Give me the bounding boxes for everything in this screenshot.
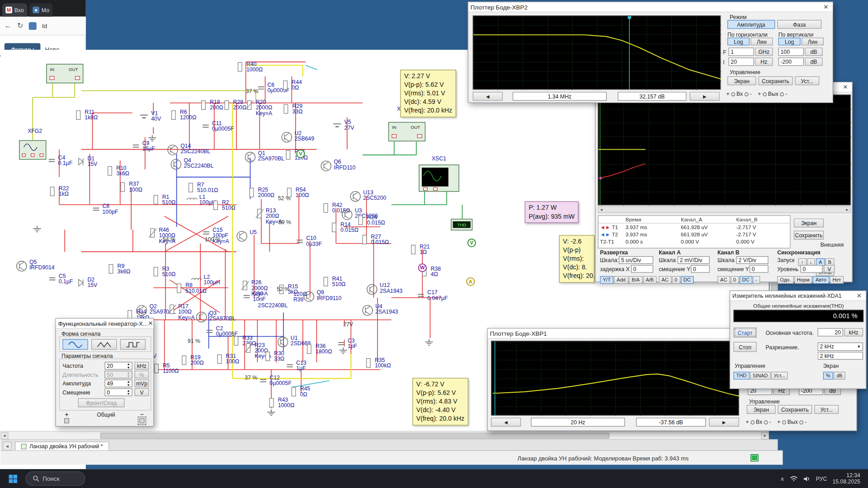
out-minus-terminal[interactable]: [799, 420, 803, 424]
option-0[interactable]: 0: [731, 276, 739, 284]
option-авто[interactable]: Авто: [813, 276, 829, 284]
смещение-unit[interactable]: V: [135, 389, 149, 396]
scope-save-button[interactable]: Сохранить: [794, 231, 824, 240]
амплитуда-field[interactable]: 49▲▼: [104, 380, 132, 387]
sweep-delay-field[interactable]: 0: [631, 265, 653, 273]
длительность-unit[interactable]: %: [135, 371, 149, 378]
in-plus-terminal[interactable]: [750, 420, 755, 424]
bode1-save-button[interactable]: Сохранить: [778, 405, 812, 414]
v-initial-unit[interactable]: dB: [805, 57, 822, 66]
scroll-left-arrow[interactable]: ◄: [0, 432, 8, 439]
option-одн-[interactable]: Одн.: [777, 276, 793, 284]
taskbar-clock[interactable]: 12:34 15.08.2025: [833, 472, 860, 485]
h-final-field[interactable]: 1: [728, 47, 754, 56]
bode1-cursor-right-button[interactable]: ►: [709, 418, 739, 427]
xda1-titlebar[interactable]: Измеритель нелинейных искажений-XDA1 ✕: [730, 291, 866, 301]
option--[interactable]: -: [753, 276, 760, 284]
freq-unit-button[interactable]: kHz: [844, 328, 863, 336]
scope-screen-button[interactable]: Экран: [794, 219, 824, 228]
sweep-scale-field[interactable]: 5 us/Div: [619, 256, 653, 264]
h-lin-button[interactable]: Лин: [750, 38, 773, 45]
stop-button[interactable]: Стоп: [733, 342, 756, 352]
частота-unit[interactable]: kHz: [135, 362, 149, 370]
spreadsheet-view-icon[interactable]: [750, 454, 758, 461]
scope-scrollbar[interactable]: ◄ ►: [598, 206, 851, 213]
h-final-unit[interactable]: GHz: [755, 47, 773, 56]
wifi-icon[interactable]: [790, 475, 797, 481]
out-plus-terminal[interactable]: [782, 420, 786, 424]
out-minus-terminal[interactable]: [780, 92, 784, 96]
bode1-settings-button[interactable]: Уст...: [814, 405, 839, 414]
h-log-button[interactable]: Log: [727, 38, 750, 45]
option-b-a[interactable]: B/A: [629, 276, 642, 284]
смещение-field[interactable]: 0▲▼: [104, 389, 132, 396]
volume-icon[interactable]: [803, 475, 811, 481]
option-y-t[interactable]: Y/T: [600, 276, 613, 284]
taskbar-search[interactable]: Поиск: [25, 471, 85, 486]
resolution-option[interactable]: 2 kHz: [818, 352, 863, 360]
bode2-settings-button[interactable]: Уст...: [795, 76, 819, 85]
tab-scroll-icon[interactable]: ◄: [3, 441, 12, 450]
option-a-b[interactable]: A/B: [643, 276, 656, 284]
option-уст-[interactable]: Уст...: [771, 372, 788, 380]
in-plus-terminal[interactable]: [731, 92, 735, 96]
option-dc[interactable]: DC: [681, 276, 693, 284]
option-dc[interactable]: DC: [739, 276, 752, 284]
level-field[interactable]: 0: [801, 265, 823, 273]
square-wave-button[interactable]: [120, 339, 146, 350]
edge-button[interactable]: Фронт/Спад: [78, 399, 125, 408]
option--[interactable]: %: [823, 372, 833, 380]
h-initial-unit[interactable]: Hz: [755, 57, 773, 66]
in-minus-terminal[interactable]: [745, 92, 749, 96]
v-log-button[interactable]: Log: [778, 38, 801, 45]
horizontal-scrollbar[interactable]: ◄ ►: [0, 431, 769, 439]
bode1-screen-button[interactable]: Экран: [747, 405, 776, 414]
triangle-wave-button[interactable]: [91, 339, 117, 350]
hscroll-thumb[interactable]: [100, 433, 610, 439]
option-sinad[interactable]: SINAD: [750, 372, 771, 380]
browser-tab-1[interactable]: M Вхо: [2, 3, 27, 16]
extension-icon[interactable]: [29, 22, 37, 29]
v-final-unit[interactable]: dB: [805, 47, 822, 56]
chb-scale-field[interactable]: 2 V/Div: [736, 256, 769, 264]
back-button[interactable]: ←: [5, 22, 12, 30]
bode2-save-button[interactable]: Сохранить: [759, 76, 793, 85]
close-icon[interactable]: ✕: [821, 3, 830, 10]
cha-offset-field[interactable]: 0: [691, 265, 710, 273]
частота-field[interactable]: 20▲▼: [104, 362, 132, 370]
chb-offset-field[interactable]: 0: [750, 265, 769, 273]
start-button[interactable]: [5, 470, 21, 487]
длительность-field[interactable]: 50▲▼: [104, 371, 132, 378]
option-add[interactable]: Add: [614, 276, 628, 284]
option-ac[interactable]: AC: [659, 276, 671, 284]
resolution-combo[interactable]: 2 kHz▼: [818, 343, 863, 351]
plus-terminal[interactable]: [64, 418, 69, 423]
minus-terminal[interactable]: [140, 418, 145, 423]
close-icon[interactable]: ✕: [855, 292, 864, 300]
option-thd[interactable]: THD: [733, 372, 749, 380]
fundamental-freq-field[interactable]: 20: [818, 328, 843, 336]
option-ac[interactable]: AC: [717, 276, 730, 284]
close-icon[interactable]: ✕: [148, 320, 153, 327]
out-plus-terminal[interactable]: [763, 92, 767, 96]
h-initial-field[interactable]: 20: [728, 57, 754, 66]
amplitude-button[interactable]: Амплитуда: [727, 20, 775, 29]
address-text[interactable]: Id: [42, 23, 47, 29]
start-button[interactable]: Старт: [733, 328, 756, 338]
bode2-screen-button[interactable]: Экран: [727, 76, 756, 85]
close-icon[interactable]: ✕: [841, 84, 850, 91]
refresh-button[interactable]: ↻: [17, 22, 23, 30]
funcgen-titlebar[interactable]: Функциональный генератор-X... ✕: [56, 319, 154, 328]
option-db[interactable]: dB: [834, 372, 845, 380]
v-lin-button[interactable]: Лин: [802, 38, 824, 45]
амплитуда-unit[interactable]: mVp: [135, 380, 149, 387]
bode1-cursor-left-button[interactable]: ◄: [491, 418, 521, 427]
option-нет[interactable]: Нет: [830, 276, 844, 284]
v-initial-field[interactable]: -200: [778, 57, 804, 66]
doc-tab[interactable]: Ланзар двойка УН рабочий *: [15, 441, 109, 450]
sine-wave-button[interactable]: [62, 339, 88, 350]
option-0[interactable]: 0: [672, 276, 680, 284]
level-unit-button[interactable]: V: [824, 265, 835, 273]
option-норм[interactable]: Норм: [794, 276, 812, 284]
bode2-cursor-left-button[interactable]: ◄: [473, 92, 503, 101]
